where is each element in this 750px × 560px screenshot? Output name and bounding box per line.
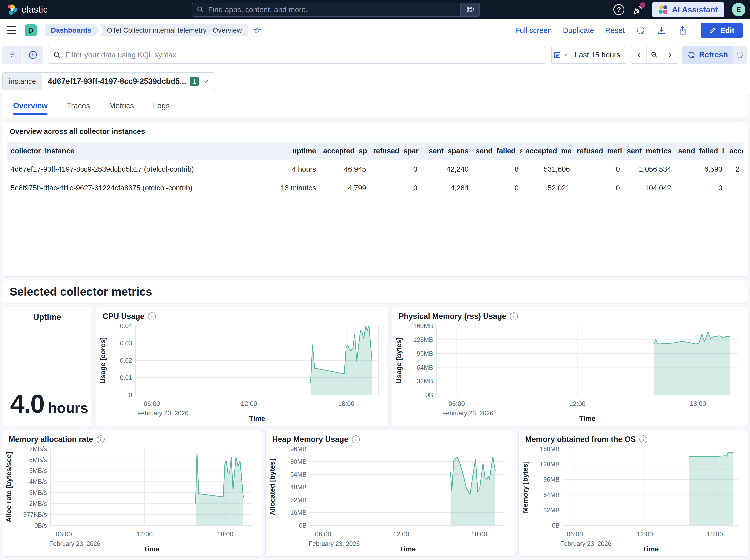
physical-memory-title: Physical Memory (rss) Usage bbox=[399, 312, 507, 321]
column-header-collector_instance[interactable]: collector_instance bbox=[7, 142, 272, 160]
physical-memory-panel: Physical Memory (rss) Usagei 0B32MB64MB9… bbox=[392, 307, 748, 426]
svg-text:Usage [cores]: Usage [cores] bbox=[99, 337, 107, 383]
svg-text:Time: Time bbox=[143, 545, 159, 553]
scheduled-reports-icon[interactable] bbox=[636, 25, 646, 36]
svg-text:February 23, 2026: February 23, 2026 bbox=[138, 410, 189, 417]
tab-overview[interactable]: Overview bbox=[13, 95, 48, 117]
physical-memory-chart[interactable]: 0B32MB64MB96MB128MB160MB06:00February 23… bbox=[394, 323, 746, 424]
reset-link[interactable]: Reset bbox=[605, 26, 625, 35]
table-cell: 4,799 bbox=[320, 179, 370, 197]
info-icon[interactable]: i bbox=[352, 435, 360, 443]
global-search-input[interactable] bbox=[208, 5, 460, 14]
svg-text:Time: Time bbox=[400, 545, 416, 553]
date-picker-button[interactable] bbox=[551, 46, 569, 64]
tab-logs[interactable]: Logs bbox=[153, 95, 170, 117]
instance-control[interactable]: instance 4d67ef17-93ff-4197-8cc9-2539dcb… bbox=[2, 72, 215, 90]
info-icon[interactable]: i bbox=[639, 435, 648, 443]
svg-text:64MB: 64MB bbox=[291, 471, 307, 478]
help-icon[interactable]: ? bbox=[613, 4, 625, 15]
zoom-out-time-button[interactable] bbox=[647, 46, 663, 63]
download-icon[interactable] bbox=[657, 25, 667, 36]
phys-chart-svg: 0B32MB64MB96MB128MB160MB06:00February 23… bbox=[394, 323, 746, 424]
svg-text:4MB/s: 4MB/s bbox=[29, 478, 47, 485]
memory-allocation-rate-title: Memory allocation rate bbox=[9, 435, 93, 444]
svg-text:Time: Time bbox=[643, 545, 659, 553]
breadcrumb-row: D Dashboards OTel Collector internal tel… bbox=[0, 20, 750, 41]
column-header-sent_metrics[interactable]: sent_metrics bbox=[624, 142, 675, 160]
table-cell: 0 bbox=[573, 160, 624, 179]
svg-text:February 23, 2026: February 23, 2026 bbox=[442, 410, 493, 417]
svg-text:Alloc rate [bytes/sec]: Alloc rate [bytes/sec] bbox=[5, 452, 13, 522]
announcements-icon[interactable] bbox=[632, 3, 645, 16]
svg-text:32MB: 32MB bbox=[291, 496, 307, 503]
svg-text:160MB: 160MB bbox=[414, 323, 433, 329]
auto-refresh-button[interactable] bbox=[733, 46, 747, 64]
svg-text:Time: Time bbox=[249, 415, 265, 422]
favorite-star-icon[interactable]: ☆ bbox=[253, 26, 261, 35]
svg-text:96MB: 96MB bbox=[417, 350, 433, 357]
refresh-button[interactable]: Refresh bbox=[683, 46, 733, 64]
column-header-refused_spar[interactable]: refused_spar bbox=[370, 142, 421, 160]
svg-text:0.02: 0.02 bbox=[120, 357, 132, 364]
time-range-value[interactable]: Last 15 hours bbox=[569, 46, 627, 64]
table-cell: 0 bbox=[370, 160, 421, 179]
column-header-uptime[interactable]: uptime bbox=[272, 142, 320, 160]
ai-assistant-button[interactable]: AI Assistant bbox=[652, 2, 725, 18]
table-cell: 13 minutes bbox=[272, 179, 320, 197]
brand-name: elastic bbox=[21, 4, 48, 15]
svg-text:12:00: 12:00 bbox=[569, 400, 586, 408]
table-row: 5e8f975b-dfac-4f1e-9627-31224cfa8375 (ot… bbox=[7, 179, 743, 197]
svg-text:0B: 0B bbox=[552, 522, 560, 529]
svg-text:06:00: 06:00 bbox=[449, 400, 465, 408]
breadcrumb-dashboards[interactable]: Dashboards bbox=[45, 24, 99, 37]
column-header-accep[interactable]: accep bbox=[726, 142, 743, 160]
kql-search-bar[interactable] bbox=[48, 46, 546, 64]
column-header-send_failed_s[interactable]: send_failed_s bbox=[472, 142, 522, 160]
table-cell: 0 bbox=[472, 179, 522, 197]
time-picker: Last 15 hours Refresh bbox=[551, 46, 747, 64]
previous-time-button[interactable] bbox=[632, 46, 647, 63]
global-search[interactable]: ⌘/ bbox=[192, 3, 480, 17]
ai-assistant-icon bbox=[658, 5, 668, 15]
share-icon[interactable] bbox=[678, 25, 688, 36]
column-header-accepted_sp[interactable]: accepted_sp bbox=[320, 142, 370, 160]
edit-button[interactable]: Edit bbox=[701, 23, 743, 38]
tab-traces[interactable]: Traces bbox=[67, 95, 90, 117]
table-cell: 0 bbox=[573, 179, 624, 197]
memory-from-os-panel: Memory obtained from the OSi 0B32MB64MB9… bbox=[518, 430, 748, 557]
info-icon[interactable]: i bbox=[148, 312, 156, 320]
calendar-icon bbox=[553, 51, 561, 59]
menu-icon[interactable] bbox=[7, 26, 17, 35]
svg-text:Allocated [bytes]: Allocated [bytes] bbox=[269, 459, 276, 515]
duplicate-link[interactable]: Duplicate bbox=[563, 26, 594, 35]
column-header-send_failed_i[interactable]: send_failed_i bbox=[675, 142, 726, 160]
svg-text:12:00: 12:00 bbox=[241, 400, 257, 408]
svg-text:0.01: 0.01 bbox=[120, 374, 132, 381]
add-filter-button[interactable] bbox=[23, 46, 43, 64]
user-avatar[interactable]: E bbox=[732, 3, 746, 17]
cpu-usage-chart[interactable]: 00.010.020.030.0406:00February 23, 20261… bbox=[98, 323, 386, 424]
kql-input[interactable] bbox=[65, 50, 546, 59]
filter-menu-button[interactable] bbox=[2, 46, 23, 64]
info-icon[interactable]: i bbox=[510, 312, 518, 320]
column-header-accepted_me[interactable]: accepted_me bbox=[522, 142, 573, 160]
svg-text:7MB/s: 7MB/s bbox=[29, 445, 47, 452]
info-icon[interactable]: i bbox=[97, 435, 105, 443]
svg-text:18:00: 18:00 bbox=[690, 400, 706, 408]
next-time-button[interactable] bbox=[663, 46, 678, 63]
dashboard-app-badge[interactable]: D bbox=[25, 24, 37, 37]
tab-metrics[interactable]: Metrics bbox=[109, 95, 134, 117]
column-header-refused_meti[interactable]: refused_meti bbox=[573, 142, 624, 160]
elastic-logo[interactable]: elastic bbox=[0, 4, 48, 16]
breadcrumb: Dashboards OTel Collector internal telem… bbox=[45, 24, 261, 37]
heap-chart-svg: 0B16MB32MB48MB64MB80MB96MB06:00February … bbox=[268, 445, 513, 555]
memory-allocation-rate-chart[interactable]: 0B/s977KB/s2MB/s3MB/s4MB/s5MB/s6MB/s7MB/… bbox=[4, 445, 260, 555]
memory-from-os-chart[interactable]: 0B32MB64MB96MB128MB160MB06:00February 23… bbox=[521, 445, 746, 555]
full-screen-link[interactable]: Full screen bbox=[515, 26, 552, 35]
filter-row: Last 15 hours Refresh bbox=[0, 41, 750, 69]
table-cell: 4,284 bbox=[421, 179, 472, 197]
svg-text:0.03: 0.03 bbox=[120, 340, 132, 347]
table-row: 4d67ef17-93ff-4197-8cc9-2539dcbd5b17 (ot… bbox=[7, 160, 743, 179]
column-header-sent_spans[interactable]: sent_spans bbox=[421, 142, 472, 160]
heap-memory-chart[interactable]: 0B16MB32MB48MB64MB80MB96MB06:00February … bbox=[268, 445, 513, 555]
